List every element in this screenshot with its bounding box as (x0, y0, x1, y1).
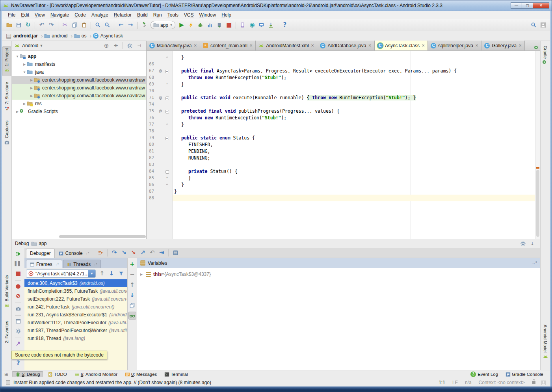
breadcrumb-item[interactable]: › os (69, 33, 86, 39)
code-line[interactable]: 80 FINISHED, (173, 141, 535, 148)
tool-stripe--project[interactable]: 1: Project (2, 46, 11, 76)
resume-icon[interactable] (14, 249, 22, 258)
chevron-collapsed-icon[interactable]: ▶ (29, 94, 34, 98)
toolwindow-button-0-messages[interactable]: 0: Messages (122, 371, 160, 377)
locate-icon[interactable]: ⊕ (102, 41, 111, 50)
toolwindow-button-5-debug[interactable]: 5: Debug (12, 371, 43, 377)
code-lines[interactable]: ^ } 66 67 @ − public final AsyncTask<Par… (173, 51, 535, 201)
fold-marker[interactable]: ^ (165, 122, 169, 127)
menu-refactor[interactable]: Refactor (111, 11, 134, 19)
line-number[interactable]: 75 (147, 108, 157, 113)
chevron-collapsed-icon[interactable]: ▶ (29, 86, 34, 90)
line-number[interactable]: 80 (147, 142, 157, 147)
code-line[interactable]: 70 (173, 87, 535, 94)
line-number[interactable]: 71 (147, 95, 157, 100)
redo-icon[interactable]: ↷ (46, 20, 56, 30)
fold-marker[interactable]: − (165, 135, 169, 141)
expand-arrow-icon[interactable]: ▶ (140, 273, 146, 276)
maximize-button[interactable]: ▢ (522, 2, 533, 9)
line-number[interactable]: 70 (147, 88, 157, 93)
pane-tab-Frames[interactable]: Frames →* (26, 260, 62, 268)
chevron-collapsed-icon[interactable]: ▶ (22, 63, 27, 66)
tree-item[interactable]: ▶ center.shopping.comwall.facebook.www.n… (12, 84, 146, 92)
code-line[interactable]: 71 @ + public static void execute(Runnab… (173, 94, 535, 101)
down-blue-icon[interactable]: ↓ (128, 291, 136, 299)
tree-item[interactable]: ▶ manifests (12, 60, 146, 68)
sdk-manager-icon[interactable] (266, 20, 276, 30)
close-tab-icon[interactable]: ✕ (475, 43, 478, 48)
close-tab-icon[interactable]: ✕ (422, 43, 425, 48)
line-number[interactable]: 88 (147, 195, 157, 201)
save-icon[interactable] (14, 20, 23, 30)
back-icon[interactable]: ← (116, 20, 126, 30)
settings-arrow-icon[interactable] (518, 239, 528, 248)
stack-frame[interactable]: run:818, Thread (java.lang) (24, 334, 127, 342)
open-icon[interactable] (4, 20, 14, 30)
fold-marker[interactable]: ^ (165, 55, 169, 60)
tool-stripe--structure[interactable]: 7: Structure (2, 80, 11, 114)
chevron-expanded-icon[interactable]: ▼ (15, 55, 20, 58)
minus-icon[interactable]: − (128, 271, 136, 279)
breadcrumb-item[interactable]: › CAsyncTask (88, 33, 123, 39)
code-line[interactable]: 88 (173, 195, 535, 201)
line-number[interactable]: 69 (147, 82, 157, 87)
status-1-1[interactable]: 1:1 (439, 380, 445, 385)
help-icon[interactable]: ? (280, 20, 290, 30)
tool-stripe-build-variants[interactable]: Build Variants (2, 273, 11, 311)
up-gray-icon[interactable]: ↑ (97, 269, 107, 279)
exec-point-icon[interactable] (96, 248, 105, 258)
avd-manager-icon[interactable] (257, 20, 266, 30)
chevron-expanded-icon[interactable]: ▼ (22, 71, 27, 74)
popout-icon[interactable]: →* (532, 261, 537, 265)
variable-row-this[interactable]: ▶ this = {AsyncTask$3@4337} (140, 270, 540, 278)
settings-icon[interactable] (14, 327, 22, 335)
code-line[interactable]: 76 throw new RuntimeException("Stub!"); (173, 114, 535, 121)
line-number[interactable]: 84 (147, 169, 157, 174)
line-number[interactable]: 82 (147, 155, 157, 160)
code-line[interactable]: 82 RUNNING; (173, 154, 535, 161)
tool-stripe-captures[interactable]: Captures (2, 119, 11, 148)
pane-tab-Threads[interactable]: Threads →* (63, 260, 101, 268)
close-tab-icon[interactable]: ✕ (368, 43, 372, 48)
chevron-down-icon[interactable]: ▼ (88, 269, 95, 278)
code-editor[interactable]: ^ } 66 67 @ − public final AsyncTask<Par… (147, 51, 540, 239)
project-view-selector[interactable]: Android (22, 43, 38, 48)
find-icon[interactable] (93, 20, 102, 30)
search-icon[interactable] (529, 20, 538, 30)
chevron-collapsed-icon[interactable]: ▶ (22, 102, 27, 106)
tree-item[interactable]: ▼ app (12, 52, 146, 60)
tab-bar-corner-icon[interactable] (534, 45, 538, 50)
status-context-no-context-[interactable]: Context: <no context> (479, 380, 525, 385)
code-line[interactable]: 81 PENDING, (173, 148, 535, 154)
attach-debugger-icon[interactable] (238, 20, 247, 30)
undo-icon[interactable]: ↶ (37, 20, 46, 30)
editor-tab-AddDatabase.java[interactable]: C AddDatabase.java ✕ (317, 41, 374, 50)
status-n-a[interactable]: n/a (465, 380, 472, 385)
fold-marker[interactable]: + (165, 95, 169, 100)
menu-run[interactable]: Run (151, 11, 165, 19)
android-monitor-icon[interactable]: ◉ (247, 20, 257, 30)
toolwindow-button-terminal[interactable]: Terminal (161, 371, 190, 377)
avatar-icon[interactable] (538, 20, 548, 30)
run-configuration-select[interactable]: app ▼ (151, 21, 175, 29)
mute-breakpoints-icon[interactable]: ⊘ (14, 292, 22, 300)
line-number[interactable]: 74 (147, 102, 157, 107)
stop-icon[interactable]: ■ (224, 20, 234, 30)
step-out-icon[interactable]: ↗ (138, 248, 147, 258)
chevron-collapsed-icon[interactable]: ▶ (29, 78, 34, 82)
stack-frame[interactable]: run:242, FutureTask (java.util.concurren… (24, 303, 127, 311)
line-number[interactable]: 78 (147, 128, 157, 134)
build-icon[interactable] (139, 20, 149, 30)
tool-stripe--favorites[interactable]: 2: Favorites (2, 319, 11, 353)
stack-frame[interactable]: finishCompletion:355, FutureTask (java.u… (24, 287, 127, 295)
tool-stripe-android-model[interactable]: Android Model (541, 323, 550, 362)
menu-window[interactable]: Window (196, 11, 219, 19)
close-tab-icon[interactable]: ✕ (249, 43, 253, 48)
code-line[interactable]: 74 (173, 101, 535, 108)
line-number[interactable]: 67 (147, 68, 157, 73)
pin-icon[interactable] (14, 339, 22, 348)
settings-arrow-icon[interactable] (125, 41, 134, 50)
line-number[interactable]: 83 (147, 162, 157, 167)
collapse-icon[interactable]: ÷ (111, 41, 121, 50)
toolwindow-button-6-android-monitor[interactable]: 6: Android Monitor (71, 371, 120, 377)
